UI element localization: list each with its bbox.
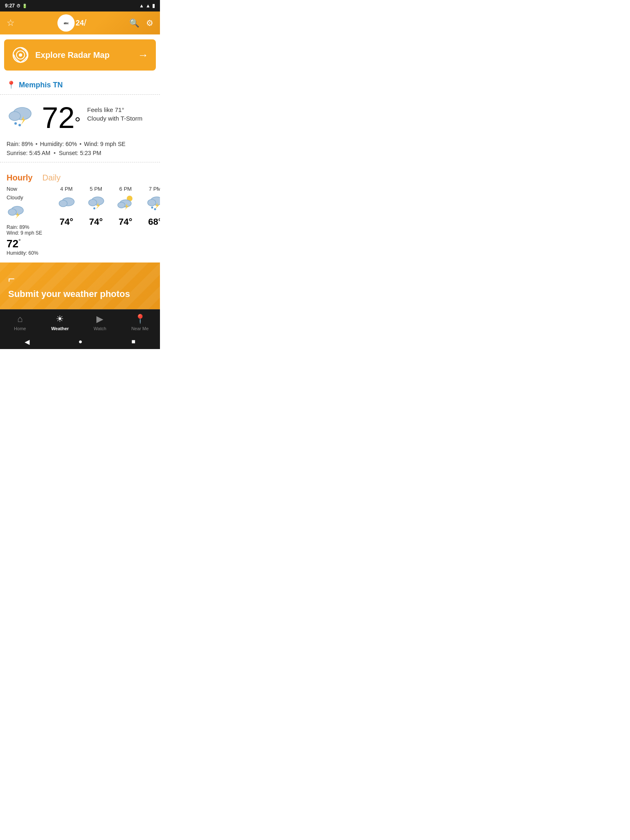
hourly-item-1-temp: 74° xyxy=(83,217,109,227)
nav-icons: 🔍 ⚙ xyxy=(129,18,153,28)
hourly-grid: Now Cloudy Rain: 89% Wind: 9 mph SE 72° … xyxy=(7,186,160,256)
app-logo: abc 24 / xyxy=(57,14,86,32)
nav-item-watch[interactable]: ▶ Watch xyxy=(80,314,120,331)
radar-banner[interactable]: Explore Radar Map → xyxy=(4,39,156,71)
svg-point-19 xyxy=(118,202,125,208)
hourly-item-2-icon xyxy=(116,194,135,211)
near-me-icon: 📍 xyxy=(135,314,146,324)
radar-arrow-icon: → xyxy=(138,49,148,62)
hourly-item-3-temp: 68° xyxy=(142,217,160,227)
divider-1 xyxy=(0,94,160,95)
svg-point-5 xyxy=(14,122,17,125)
location-row[interactable]: 📍 Memphis TN xyxy=(0,75,160,93)
current-weather-section: 72° Feels like 71° Cloudy with T-Storm xyxy=(0,96,160,137)
hourly-item-0-temp: 74° xyxy=(53,217,80,227)
android-nav: ◀ ● ■ xyxy=(0,334,160,349)
hourly-now-temp: 72° xyxy=(7,237,45,250)
svg-point-6 xyxy=(18,124,21,126)
hourly-item-3-time: 7 PM xyxy=(142,186,160,192)
radar-icon xyxy=(11,46,30,64)
photo-banner-lines xyxy=(0,262,160,309)
svg-point-16 xyxy=(94,208,96,210)
near-me-label: Near Me xyxy=(131,326,148,331)
svg-point-14 xyxy=(89,199,97,206)
condition: Cloudy with T-Storm xyxy=(87,115,143,122)
hourly-now-rain: Rain: 89% xyxy=(7,224,45,230)
temp-block: 72° Feels like 71° Cloudy with T-Storm xyxy=(42,103,142,132)
hourly-item-1-icon xyxy=(87,194,105,211)
nav-item-home[interactable]: ⌂ Home xyxy=(0,314,40,331)
android-recent-button[interactable]: ■ xyxy=(132,338,136,345)
location-pin-icon: 📍 xyxy=(7,80,16,89)
svg-point-4 xyxy=(9,112,21,121)
hourly-item-3-icon xyxy=(146,194,160,211)
photo-banner[interactable]: ⌐ Submit your weather photos xyxy=(0,262,160,309)
settings-button[interactable]: ⚙ xyxy=(146,18,153,28)
hourly-now-wind: Wind: 9 mph SE xyxy=(7,230,45,236)
status-left: 9:27 ⏱ 🔋 xyxy=(5,3,27,9)
radar-label: Explore Radar Map xyxy=(35,50,110,60)
hourly-item-1: 5 PM 74° xyxy=(81,186,111,256)
forecast-tabs: Hourly Daily xyxy=(0,167,160,186)
hourly-now-humidity: Humidity: 60% xyxy=(7,250,45,256)
svg-point-22 xyxy=(148,199,156,206)
weather-label: Weather xyxy=(51,326,69,331)
favorites-button[interactable]: ☆ xyxy=(7,18,15,28)
hourly-now-icon xyxy=(7,204,25,220)
watch-label: Watch xyxy=(94,326,106,331)
humidity-detail: Humidity: 60% xyxy=(40,141,77,147)
weather-main: 72° Feels like 71° Cloudy with T-Storm xyxy=(7,103,153,132)
home-icon: ⌂ xyxy=(17,314,23,324)
photo-banner-text: Submit your weather photos xyxy=(8,289,152,299)
nav-item-weather[interactable]: ☀ Weather xyxy=(40,314,80,331)
battery-icon: ▮ xyxy=(152,3,155,9)
watch-icon: ▶ xyxy=(96,314,103,324)
top-nav: ☆ abc 24 / 🔍 ⚙ xyxy=(0,11,160,34)
svg-point-24 xyxy=(151,207,153,209)
svg-point-9 xyxy=(8,209,16,215)
hourly-item-3: 7 PM 68° xyxy=(140,186,160,256)
hourly-container: Now Cloudy Rain: 89% Wind: 9 mph SE 72° … xyxy=(0,186,160,262)
current-weather-icon xyxy=(7,105,35,129)
hourly-item-0: 4 PM 74° xyxy=(52,186,81,256)
status-time: 9:27 xyxy=(5,3,15,9)
logo-24: 24 xyxy=(75,19,84,27)
wind-detail: Wind: 9 mph SE xyxy=(84,141,126,147)
search-button[interactable]: 🔍 xyxy=(129,18,139,28)
hourly-item-1-time: 5 PM xyxy=(83,186,109,192)
status-bar: 9:27 ⏱ 🔋 ▲ ▲ ▮ xyxy=(0,0,160,11)
tab-hourly[interactable]: Hourly xyxy=(7,173,32,183)
tab-daily[interactable]: Daily xyxy=(42,173,60,183)
weather-icon: ☀ xyxy=(56,314,64,324)
hourly-now-time: Now xyxy=(7,186,45,192)
location-name: Memphis TN xyxy=(19,81,63,89)
status-icon1: ⏱ xyxy=(16,4,21,8)
bottom-nav: ⌂ Home ☀ Weather ▶ Watch 📍 Near Me xyxy=(0,309,160,334)
rain-detail: Rain: 89% xyxy=(7,141,33,147)
status-icon2: 🔋 xyxy=(22,4,27,8)
hourly-now-item: Now Cloudy Rain: 89% Wind: 9 mph SE 72° … xyxy=(7,186,52,256)
weather-desc: Feels like 71° Cloudy with T-Storm xyxy=(87,103,143,122)
svg-point-2 xyxy=(19,53,22,57)
android-home-button[interactable]: ● xyxy=(78,338,82,345)
logo-abc-text: abc xyxy=(64,22,68,25)
details-row-1: Rain: 89% • Humidity: 60% • Wind: 9 mph … xyxy=(7,141,153,147)
current-temp: 72° xyxy=(42,103,81,132)
hourly-now-condition: Cloudy xyxy=(7,194,45,201)
signal-icon: ▲ xyxy=(146,3,151,9)
hourly-item-0-time: 4 PM xyxy=(53,186,80,192)
sunset-detail: Sunset: 5:23 PM xyxy=(59,150,102,156)
feels-like: Feels like 71° xyxy=(87,106,143,113)
svg-point-25 xyxy=(154,208,156,210)
logo-slash: / xyxy=(84,18,86,28)
logo-circle: abc xyxy=(57,14,75,32)
hourly-item-2-temp: 74° xyxy=(112,217,139,227)
wifi-icon: ▲ xyxy=(139,3,144,9)
home-label: Home xyxy=(14,326,26,331)
radar-left: Explore Radar Map xyxy=(11,46,110,64)
weather-details: Rain: 89% • Humidity: 60% • Wind: 9 mph … xyxy=(0,137,160,158)
hourly-item-0-icon xyxy=(57,194,75,211)
nav-item-near-me[interactable]: 📍 Near Me xyxy=(120,314,160,331)
divider-2 xyxy=(0,162,160,162)
android-back-button[interactable]: ◀ xyxy=(25,338,30,346)
